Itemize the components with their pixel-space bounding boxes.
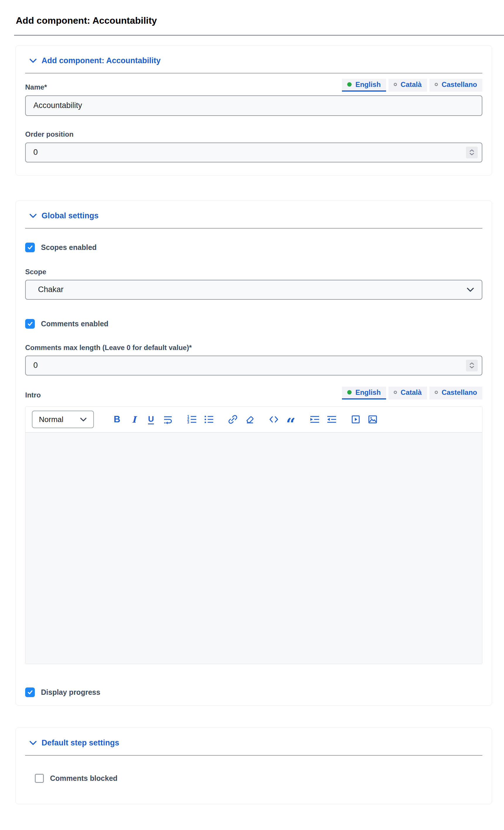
outdent-icon[interactable] xyxy=(325,413,338,426)
check-icon xyxy=(27,320,33,327)
page-title: Add component: Accountability xyxy=(16,15,504,26)
comments-blocked-checkbox[interactable] xyxy=(35,774,44,783)
lang-tab-castellano[interactable]: Castellano xyxy=(429,387,482,400)
display-progress-checkbox[interactable] xyxy=(25,688,35,697)
number-stepper[interactable] xyxy=(466,147,478,158)
ordered-list-icon[interactable]: 1 2 3 xyxy=(186,413,198,426)
bold-icon[interactable]: B xyxy=(110,413,124,426)
italic-icon[interactable]: I xyxy=(128,413,140,426)
stepper-down-icon xyxy=(469,153,474,155)
comments-max-length-label: Comments max length (Leave 0 for default… xyxy=(25,343,482,352)
editor-toolbar: Normal B I U 1 xyxy=(26,407,482,433)
add-component-card: Add component: Accountability Name* Engl… xyxy=(15,45,492,175)
section-header-default-step-settings[interactable]: Default step settings xyxy=(25,738,482,747)
scope-select-value: Chakar xyxy=(38,285,64,294)
chevron-down-icon xyxy=(29,58,37,63)
number-stepper[interactable] xyxy=(466,360,478,372)
code-icon[interactable] xyxy=(267,413,280,426)
clear-format-icon[interactable] xyxy=(243,413,256,426)
check-icon xyxy=(27,689,33,695)
section-title: Default step settings xyxy=(41,738,119,747)
section-title: Global settings xyxy=(41,211,99,220)
chevron-down-icon xyxy=(80,417,87,422)
lang-tab-label: Català xyxy=(401,388,422,396)
lang-tab-castellano[interactable]: Castellano xyxy=(429,79,482,92)
lang-tab-label: Castellano xyxy=(442,388,477,396)
order-position-label: Order position xyxy=(25,130,482,139)
inactive-language-circle-icon xyxy=(435,391,438,394)
scope-label: Scope xyxy=(25,267,482,276)
active-language-dot-icon xyxy=(347,390,351,394)
lang-tab-catala[interactable]: Català xyxy=(389,79,427,92)
comments-blocked-label: Comments blocked xyxy=(50,774,117,783)
lang-tab-catala[interactable]: Català xyxy=(389,387,427,400)
bullet-list-icon[interactable] xyxy=(202,413,215,426)
stepper-up-icon xyxy=(469,362,474,365)
stepper-up-icon xyxy=(469,149,474,152)
name-input[interactable] xyxy=(25,95,482,116)
comments-enabled-label: Comments enabled xyxy=(41,320,108,328)
lang-tab-english[interactable]: English xyxy=(342,387,386,400)
language-tabs-intro: English Català Castellano xyxy=(342,387,482,400)
editor-content-area[interactable] xyxy=(26,433,482,664)
indent-icon[interactable] xyxy=(308,413,321,426)
section-header-add-component[interactable]: Add component: Accountability xyxy=(25,56,482,65)
lang-tab-label: English xyxy=(356,388,381,396)
section-title: Add component: Accountability xyxy=(41,56,161,65)
section-divider xyxy=(25,755,482,756)
name-label: Name* xyxy=(25,83,47,92)
global-settings-card: Global settings Scopes enabled Scope Cha… xyxy=(15,200,492,706)
svg-text:3: 3 xyxy=(187,420,189,424)
scopes-enabled-label: Scopes enabled xyxy=(41,243,97,252)
image-icon[interactable] xyxy=(366,413,379,426)
intro-rich-text-editor: Normal B I U 1 xyxy=(25,407,482,664)
scope-select[interactable]: Chakar xyxy=(25,280,482,300)
line-break-icon[interactable] xyxy=(162,413,174,426)
chevron-down-icon xyxy=(29,213,37,218)
blockquote-icon[interactable]: “ xyxy=(284,413,297,426)
lang-tab-english[interactable]: English xyxy=(342,79,386,92)
inactive-language-circle-icon xyxy=(435,83,438,86)
stepper-down-icon xyxy=(469,366,474,369)
intro-label: Intro xyxy=(25,391,41,400)
lang-tab-label: English xyxy=(356,81,381,89)
scopes-enabled-checkbox[interactable] xyxy=(25,243,35,252)
check-icon xyxy=(27,244,33,251)
order-position-input[interactable] xyxy=(25,142,482,162)
default-step-settings-card: Default step settings Comments blocked xyxy=(15,728,492,804)
comments-enabled-checkbox[interactable] xyxy=(25,319,35,329)
comments-max-length-input[interactable] xyxy=(25,356,482,376)
chevron-down-icon xyxy=(29,740,37,745)
link-icon[interactable] xyxy=(226,413,239,426)
inactive-language-circle-icon xyxy=(394,83,397,86)
underline-icon[interactable]: U xyxy=(144,413,157,426)
paragraph-style-dropdown[interactable]: Normal xyxy=(32,411,94,428)
lang-tab-label: Català xyxy=(401,81,422,89)
chevron-down-icon xyxy=(467,287,474,292)
section-header-global-settings[interactable]: Global settings xyxy=(25,211,482,220)
lang-tab-label: Castellano xyxy=(442,81,477,89)
section-divider xyxy=(25,228,482,229)
inactive-language-circle-icon xyxy=(394,391,397,394)
paragraph-style-value: Normal xyxy=(39,415,64,424)
video-icon[interactable] xyxy=(349,413,362,426)
display-progress-label: Display progress xyxy=(41,688,100,697)
language-tabs-name: English Català Castellano xyxy=(342,79,482,92)
page-divider xyxy=(14,35,504,36)
section-divider xyxy=(25,73,482,73)
active-language-dot-icon xyxy=(347,82,351,87)
